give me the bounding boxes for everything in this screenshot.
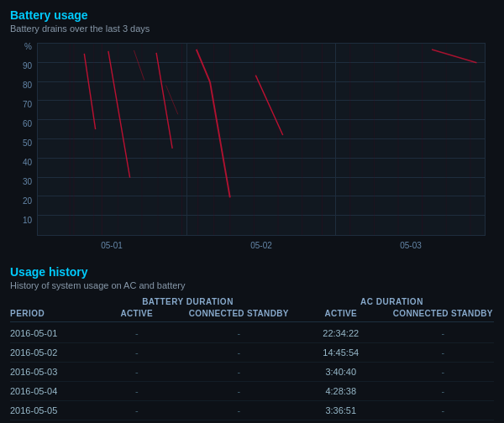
td-ac-group: 22:34:22 - (290, 328, 494, 338)
y-label-80: 80 (10, 81, 32, 90)
td-bat-active: - (86, 328, 188, 338)
svg-line-24 (197, 50, 210, 82)
td-period: 2016-05-01 (10, 328, 86, 338)
th-ac-group: AC DURATION ACTIVE CONNECTED STANDBY (290, 297, 494, 318)
th-bat-standby: CONNECTED STANDBY (188, 309, 291, 318)
th-ac-label: AC DURATION (290, 297, 494, 306)
td-bat-active: - (86, 386, 188, 396)
svg-line-23 (156, 53, 172, 149)
td-bat-standby: - (188, 405, 291, 415)
td-ac-standby: - (392, 386, 495, 396)
chart-svg (38, 44, 485, 235)
table-row: 2016-05-02 - - 14:45:54 - (10, 343, 494, 363)
table-row: 2016-05-03 - - 3:40:40 - (10, 363, 494, 382)
td-battery-group: - - (86, 328, 290, 338)
x-label-0502: 05-02 (250, 241, 272, 250)
y-label-90: 90 (10, 62, 32, 70)
usage-history-subtitle: History of system usage on AC and batter… (10, 280, 494, 290)
th-battery-group: BATTERY DURATION ACTIVE CONNECTED STANDB… (86, 297, 290, 318)
x-label-0501: 05-01 (101, 241, 123, 250)
th-period: PERIOD (10, 309, 86, 318)
td-battery-group: - - (86, 367, 290, 377)
td-ac-standby: - (392, 328, 495, 338)
table-row: 2016-05-05 - - 3:36:51 - (10, 401, 494, 420)
y-label-40: 40 (10, 159, 32, 167)
y-label-50: 50 (10, 139, 32, 148)
td-bat-standby: - (188, 386, 291, 396)
x-axis: 05-01 05-02 05-03 (37, 238, 486, 253)
battery-chart: 10 20 30 40 50 60 70 80 90 % (10, 39, 494, 257)
td-bat-active: - (86, 405, 188, 415)
y-label-30: 30 (10, 178, 32, 186)
th-bat-active: ACTIVE (86, 309, 188, 318)
y-label-20: 20 (10, 197, 32, 206)
battery-usage-subtitle: Battery drains over the last 3 days (10, 24, 494, 34)
svg-line-28 (134, 50, 144, 81)
td-bat-standby: - (188, 367, 291, 377)
th-battery-label: BATTERY DURATION (86, 297, 290, 306)
svg-line-26 (255, 76, 282, 135)
svg-line-29 (166, 86, 178, 115)
svg-line-25 (210, 82, 230, 198)
td-bat-standby: - (188, 328, 291, 338)
battery-usage-section: Battery usage Battery drains over the la… (10, 8, 494, 257)
table-body: 2016-05-01 - - 22:34:22 - 2016-05-02 - -… (10, 324, 494, 423)
td-battery-group: - - (86, 347, 290, 358)
td-ac-active: 3:40:40 (290, 367, 392, 377)
td-ac-active: 22:34:22 (290, 328, 392, 338)
td-bat-active: - (86, 367, 188, 377)
td-period: 2016-05-04 (10, 386, 86, 396)
td-ac-active: 3:36:51 (290, 405, 392, 415)
td-ac-active: 4:28:38 (290, 386, 392, 396)
y-axis: 10 20 30 40 50 60 70 80 90 % (10, 43, 35, 236)
x-label-0503: 05-03 (400, 241, 422, 250)
td-period: 2016-05-03 (10, 367, 86, 377)
battery-usage-title: Battery usage (10, 8, 494, 22)
td-ac-group: 4:28:38 - (290, 386, 494, 396)
td-ac-active: 14:45:54 (290, 347, 392, 358)
y-label-70: 70 (10, 101, 32, 109)
chart-inner (37, 43, 486, 236)
th-ac-standby: CONNECTED STANDBY (392, 309, 495, 318)
table-row: 2016-05-04 - - 4:28:38 - (10, 382, 494, 401)
td-ac-standby: - (392, 347, 495, 358)
y-label-pct: % (10, 43, 32, 51)
td-bat-standby: - (188, 347, 291, 358)
td-ac-group: 3:40:40 - (290, 367, 494, 377)
td-period: 2016-05-05 (10, 405, 86, 415)
td-battery-group: - - (86, 405, 290, 415)
svg-line-27 (432, 50, 476, 63)
table-row: 2016-05-01 - - 22:34:22 - (10, 324, 494, 343)
td-ac-group: 14:45:54 - (290, 347, 494, 358)
td-ac-group: 3:36:51 - (290, 405, 494, 415)
table-headers: PERIOD BATTERY DURATION ACTIVE CONNECTED… (10, 297, 494, 322)
td-ac-standby: - (392, 367, 495, 377)
y-label-10: 10 (10, 217, 32, 225)
usage-history-section: Usage history History of system usage on… (10, 265, 494, 423)
td-period: 2016-05-02 (10, 347, 86, 358)
th-ac-active: ACTIVE (290, 309, 392, 318)
main-container: Battery usage Battery drains over the la… (0, 0, 504, 423)
td-bat-active: - (86, 347, 188, 358)
y-label-60: 60 (10, 120, 32, 128)
td-battery-group: - - (86, 386, 290, 396)
td-ac-standby: - (392, 405, 495, 415)
svg-line-22 (108, 51, 130, 178)
usage-history-title: Usage history (10, 265, 494, 279)
